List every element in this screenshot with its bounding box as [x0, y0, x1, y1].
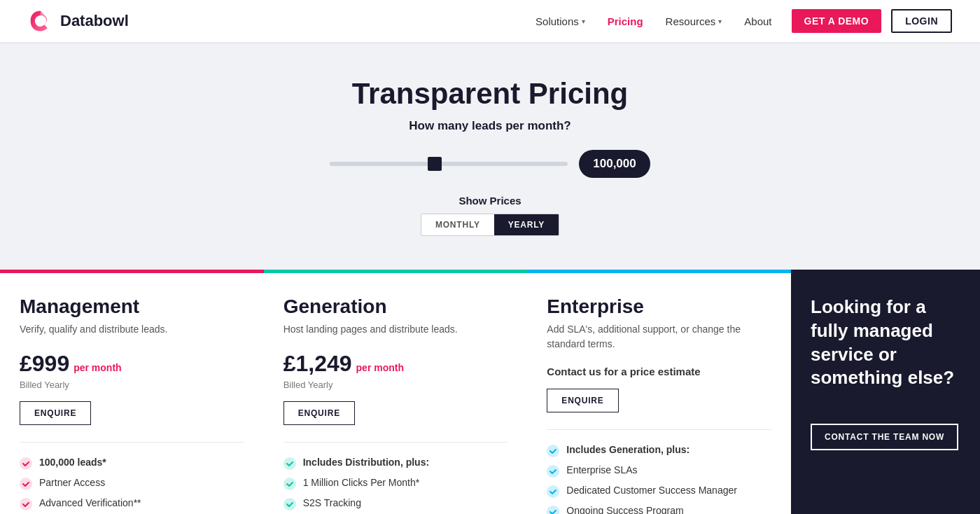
generation-title: Generation [284, 296, 508, 318]
enterprise-divider [547, 429, 771, 430]
generation-card: Generation Host landing pages and distri… [264, 270, 528, 514]
enterprise-desc: Add SLA's, additional support, or change… [547, 322, 771, 352]
svg-point-7 [284, 457, 296, 470]
pricing-cards: Management Verify, qualify and distribut… [0, 270, 980, 514]
svg-point-1 [20, 478, 32, 490]
generation-price: £1,249 [284, 351, 352, 377]
enterprise-features: Includes Generation, plus: Enterprise SL… [547, 444, 771, 514]
slider-thumb[interactable] [428, 157, 442, 171]
generation-price-row: £1,249 per month [284, 351, 508, 377]
list-item: Includes Distribution, plus: [284, 457, 508, 470]
management-price: £999 [20, 351, 69, 377]
enterprise-card: Enterprise Add SLA's, additional support… [527, 270, 791, 514]
slider-track[interactable] [330, 162, 568, 166]
management-title: Management [20, 296, 244, 318]
logo[interactable]: Databowl [28, 8, 129, 34]
management-features: 100,000 leads* Partner Access Advanced V… [20, 457, 244, 514]
check-teal-icon [284, 457, 296, 470]
management-per: per month [74, 362, 121, 373]
nav-links: Solutions ▾ Pricing Resources ▾ About GE… [527, 9, 952, 33]
nav-about[interactable]: About [736, 11, 780, 32]
list-item: S2S Tracking [284, 497, 508, 510]
page-title: Transparent Pricing [14, 77, 966, 111]
list-item: 1 Million Clicks Per Month* [284, 477, 508, 490]
management-price-row: £999 per month [20, 351, 244, 377]
svg-point-0 [20, 457, 32, 470]
check-blue-icon [547, 445, 559, 457]
management-enquire-button[interactable]: ENQUIRE [20, 401, 91, 425]
svg-point-9 [284, 498, 296, 510]
enterprise-title: Enterprise [547, 296, 771, 318]
generation-billed: Billed Yearly [284, 380, 508, 390]
generation-divider [284, 442, 508, 443]
check-blue-icon [547, 506, 559, 514]
hero-section: Transparent Pricing How many leads per m… [0, 42, 980, 270]
check-blue-icon [547, 465, 559, 478]
yearly-toggle[interactable]: YEARLY [494, 214, 559, 235]
logo-text: Databowl [60, 12, 129, 30]
enterprise-enquire-button[interactable]: ENQUIRE [547, 389, 618, 412]
monthly-toggle[interactable]: MONTHLY [421, 214, 494, 235]
list-item: Partner Access [20, 477, 244, 490]
generation-features: Includes Distribution, plus: 1 Million C… [284, 457, 508, 514]
svg-point-2 [20, 498, 32, 510]
cta-title: Looking for a fully managed service or s… [811, 296, 960, 390]
nav-solutions[interactable]: Solutions ▾ [527, 11, 594, 32]
list-item: Enterprise SLAs [547, 464, 771, 478]
enterprise-contact-label: Contact us for a price estimate [547, 366, 771, 377]
chevron-down-icon: ▾ [582, 18, 585, 25]
list-item: 100,000 leads* [20, 457, 244, 470]
check-pink-icon [20, 457, 32, 470]
generation-enquire-button[interactable]: ENQUIRE [284, 401, 355, 425]
slider-value-badge: 100,000 [579, 150, 650, 178]
check-pink-icon [20, 498, 32, 510]
billing-toggle: MONTHLY YEARLY [421, 214, 559, 236]
nav-resources[interactable]: Resources ▾ [657, 11, 731, 32]
cta-card: Looking for a fully managed service or s… [791, 270, 980, 514]
list-item: Dedicated Customer Success Manager [547, 485, 771, 498]
svg-point-8 [284, 478, 296, 490]
billing-toggle-area: Show Prices MONTHLY YEARLY [14, 195, 966, 236]
check-teal-icon [284, 498, 296, 510]
contact-team-button[interactable]: CONTACT THE TEAM NOW [811, 424, 958, 450]
list-item: Includes Generation, plus: [547, 444, 771, 457]
check-teal-icon [284, 478, 296, 490]
svg-point-15 [547, 465, 559, 478]
check-blue-icon [547, 485, 559, 498]
navbar: Databowl Solutions ▾ Pricing Resources ▾… [0, 0, 980, 42]
billing-label: Show Prices [458, 195, 521, 207]
svg-point-16 [547, 485, 559, 498]
generation-desc: Host landing pages and distribute leads. [284, 322, 508, 337]
hero-subtitle: How many leads per month? [14, 119, 966, 133]
logo-icon [28, 8, 53, 34]
management-divider [20, 442, 244, 443]
management-billed: Billed Yearly [20, 380, 244, 390]
chevron-down-icon: ▾ [718, 18, 722, 25]
check-pink-icon [20, 478, 32, 490]
list-item: Ongoing Success Program [547, 505, 771, 514]
slider-fill [330, 162, 439, 166]
list-item: Advanced Verification** [20, 497, 244, 510]
management-desc: Verify, qualify and distribute leads. [20, 322, 244, 337]
generation-per: per month [356, 362, 404, 373]
login-button[interactable]: LOGIN [891, 9, 952, 33]
management-card: Management Verify, qualify and distribut… [0, 270, 264, 514]
nav-pricing[interactable]: Pricing [599, 11, 652, 32]
svg-point-14 [547, 445, 559, 457]
get-demo-button[interactable]: GET A DEMO [792, 9, 882, 33]
leads-slider-container: 100,000 [14, 150, 966, 178]
